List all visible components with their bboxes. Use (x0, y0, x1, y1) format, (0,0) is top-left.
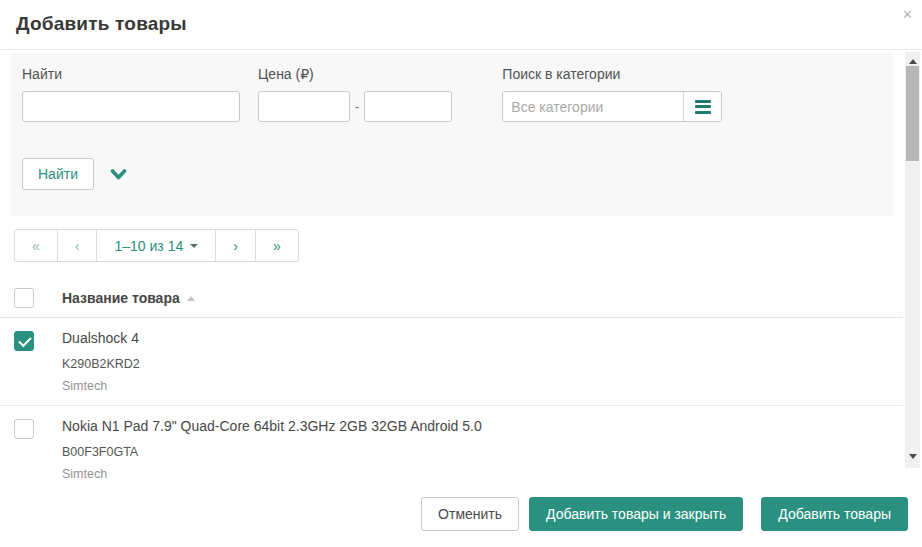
category-input-group (502, 91, 722, 122)
find-label: Найти (22, 66, 240, 82)
table-row[interactable]: Dualshock 4 K290B2KRD2 Simtech (0, 318, 903, 406)
price-from-input[interactable] (258, 91, 350, 122)
product-vendor: Simtech (62, 379, 140, 393)
product-table: Название товара Dualshock 4 K290B2KRD2 S… (0, 279, 922, 494)
product-info: Dualshock 4 K290B2KRD2 Simtech (62, 330, 140, 393)
category-input[interactable] (503, 92, 683, 121)
caret-down-icon (190, 244, 198, 248)
scroll-down-icon[interactable] (905, 449, 920, 463)
cancel-button[interactable]: Отменить (421, 497, 519, 531)
select-all-checkbox[interactable] (14, 288, 34, 308)
pagination-prev-button[interactable]: ‹ (57, 229, 98, 262)
scrollbar[interactable] (905, 52, 920, 468)
product-vendor: Simtech (62, 467, 482, 481)
row-checkbox[interactable] (14, 419, 34, 439)
modal-header: Добавить товары ✕ (0, 0, 922, 50)
search-actions: Найти (22, 158, 881, 190)
table-header-row: Название товара (0, 279, 903, 318)
modal-footer: Отменить Добавить товары и закрыть Добав… (0, 480, 922, 547)
product-list: Dualshock 4 K290B2KRD2 Simtech Nokia N1 … (0, 318, 922, 494)
search-panel: Найти Цена (₽) - Поиск в категории (10, 53, 893, 216)
scrollbar-thumb[interactable] (906, 66, 919, 161)
add-products-modal: Добавить товары ✕ Найти Цена (₽) - Поиск… (0, 0, 922, 547)
hamburger-menu-icon (695, 97, 711, 116)
search-button[interactable]: Найти (22, 158, 94, 190)
product-code: B00F3F0GTA (62, 445, 482, 459)
category-picker-button[interactable] (683, 92, 721, 121)
price-range-separator: - (355, 99, 359, 114)
product-code: K290B2KRD2 (62, 357, 140, 371)
pagination-range-dropdown[interactable]: 1–10 из 14 (96, 229, 216, 262)
search-fields-row: Найти Цена (₽) - Поиск в категории (22, 66, 881, 122)
price-label: Цена (₽) (258, 66, 452, 82)
category-label: Поиск в категории (502, 66, 722, 82)
product-name: Nokia N1 Pad 7.9" Quad-Core 64bit 2.3GHz… (62, 418, 482, 435)
search-input[interactable] (22, 91, 240, 122)
add-products-button[interactable]: Добавить товары (761, 497, 908, 531)
add-products-and-close-button[interactable]: Добавить товары и закрыть (529, 497, 743, 531)
price-to-input[interactable] (364, 91, 452, 122)
sort-asc-icon (187, 296, 195, 301)
close-icon[interactable]: ✕ (902, 8, 913, 21)
pagination-range-label: 1–10 из 14 (114, 238, 183, 254)
price-inputs: - (258, 91, 452, 122)
page-title: Добавить товары (16, 13, 922, 35)
find-field: Найти (22, 66, 240, 122)
chevron-down-icon[interactable] (110, 168, 127, 181)
product-info: Nokia N1 Pad 7.9" Quad-Core 64bit 2.3GHz… (62, 418, 482, 481)
pagination: « ‹ 1–10 из 14 › » (14, 229, 299, 262)
product-name: Dualshock 4 (62, 330, 140, 347)
price-field: Цена (₽) - (258, 66, 452, 122)
pagination-first-button[interactable]: « (14, 229, 58, 262)
name-column-header[interactable]: Название товара (62, 290, 195, 306)
row-checkbox[interactable] (14, 331, 34, 351)
pagination-last-button[interactable]: » (255, 229, 299, 262)
pagination-next-button[interactable]: › (215, 229, 256, 262)
category-field: Поиск в категории (502, 66, 722, 122)
